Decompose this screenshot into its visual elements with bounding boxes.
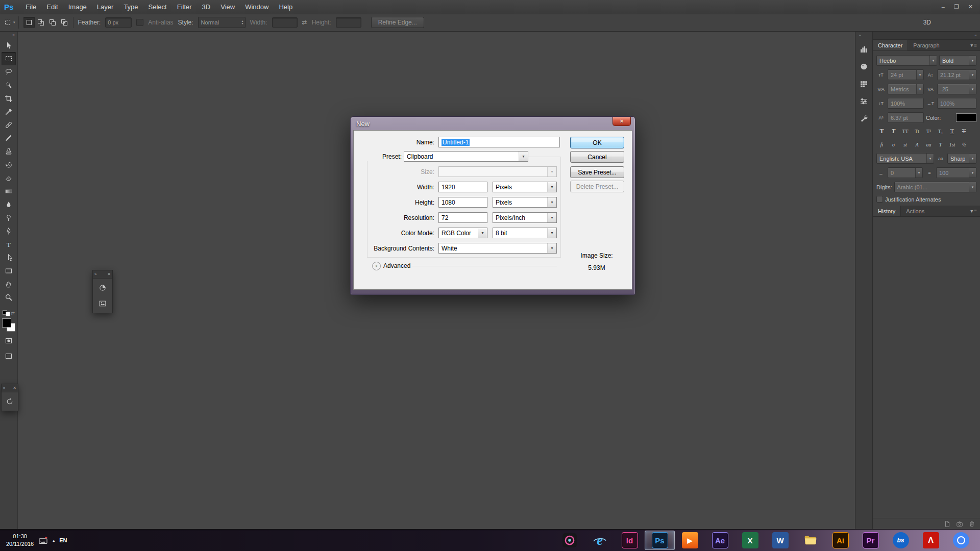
tool-move[interactable] [2, 39, 16, 52]
minimize-icon[interactable]: – [942, 4, 945, 10]
faux-bold-button[interactable]: T [876, 127, 887, 136]
workspace-switcher[interactable]: 3D [923, 19, 931, 26]
collapse-dock-icon[interactable]: « [873, 31, 980, 40]
menu-window[interactable]: Window [240, 0, 274, 14]
new-snapshot-icon[interactable] [956, 520, 963, 528]
menu-filter[interactable]: Filter [172, 0, 197, 14]
height-input[interactable] [336, 17, 361, 28]
panel-menu-icon[interactable]: ▾≡ [970, 40, 980, 51]
menu-3d[interactable]: 3D [197, 0, 216, 14]
menu-type[interactable]: Type [118, 0, 143, 14]
background-contents-select[interactable]: White▾ [438, 243, 557, 254]
superscript-button[interactable]: T¹ [923, 127, 934, 136]
delete-icon[interactable] [968, 520, 975, 528]
tool-lasso[interactable] [2, 65, 16, 79]
histogram-icon[interactable] [857, 41, 871, 57]
tab-actions[interactable]: Actions [901, 206, 929, 216]
save-preset-button[interactable]: Save Preset... [570, 166, 624, 178]
menu-layer[interactable]: Layer [92, 0, 119, 14]
feather-input[interactable]: 0 px [105, 17, 132, 28]
swatches-icon[interactable] [857, 76, 871, 91]
close-icon[interactable]: ✕ [13, 386, 16, 390]
subscript-button[interactable]: T₁ [935, 127, 946, 136]
font-family-select[interactable]: Heebo▾ [876, 55, 937, 66]
menu-file[interactable]: File [20, 0, 41, 14]
tool-path-selection[interactable] [2, 251, 16, 264]
new-document-icon[interactable] [944, 520, 951, 528]
hidden-icons-chevron[interactable]: ▴ [53, 538, 55, 543]
rotate-view-icon[interactable] [3, 395, 17, 408]
name-input[interactable]: Untitled-1 [438, 137, 560, 147]
screen-mode-icon[interactable] [2, 350, 16, 362]
swap-dimensions-icon[interactable]: ⇄ [302, 19, 307, 26]
refine-edge-button[interactable]: Refine Edge... [371, 17, 424, 28]
illustrator-icon[interactable]: Ai [825, 531, 855, 550]
resolution-unit-select[interactable]: Pixels/Inch▾ [493, 212, 557, 223]
expand-strip-icon[interactable]: » [855, 31, 861, 39]
small-caps-button[interactable]: Tt [912, 127, 922, 136]
anti-alias-select[interactable]: Sharp▾ [947, 153, 976, 164]
wrench-icon[interactable] [857, 111, 871, 126]
sphere-icon[interactable] [857, 59, 871, 74]
bit-depth-select[interactable]: 8 bit▾ [493, 228, 557, 238]
panel-menu-icon[interactable]: ▾≡ [970, 206, 980, 216]
tool-rectangle[interactable] [2, 264, 16, 278]
premiere-icon[interactable]: Pr [855, 531, 886, 550]
horizontal-scale-input[interactable]: 100% [937, 98, 976, 109]
close-icon[interactable]: ✕ [968, 4, 973, 10]
media-player-icon[interactable] [554, 531, 584, 550]
add-to-selection-icon[interactable] [35, 17, 46, 28]
chrome-icon[interactable] [946, 531, 976, 550]
font-size-select[interactable]: 24 pt▾ [888, 69, 924, 80]
default-colors-icon[interactable] [3, 310, 10, 316]
tool-crop[interactable] [2, 92, 16, 105]
text-color-swatch[interactable] [956, 113, 976, 122]
strikethrough-button[interactable]: T [959, 127, 969, 136]
tool-dodge[interactable] [2, 211, 16, 224]
tool-history-brush[interactable] [2, 158, 16, 171]
expand-panel-icon[interactable]: » [94, 272, 96, 277]
foreground-color-swatch[interactable] [2, 318, 11, 328]
kerning-select[interactable]: Metrics▾ [888, 84, 924, 94]
swap-colors-icon[interactable]: ⇄ [11, 311, 15, 316]
dial-icon[interactable] [95, 281, 110, 294]
tool-rectangular-marquee[interactable] [2, 52, 16, 65]
tool-pen[interactable] [2, 224, 16, 238]
history-list[interactable] [873, 217, 980, 518]
tool-eyedropper[interactable] [2, 105, 16, 118]
file-explorer-icon[interactable] [795, 531, 825, 550]
photoshop-icon[interactable]: Ps [645, 531, 675, 550]
height-unit-select[interactable]: Pixels▾ [493, 197, 557, 208]
tool-preset-picker[interactable]: ▾ [3, 16, 19, 29]
ok-button[interactable]: OK [570, 137, 624, 148]
tab-history[interactable]: History [873, 206, 901, 216]
stylistic-alternates-button[interactable]: aa [923, 140, 934, 149]
keyboard-layout-icon[interactable] [38, 537, 48, 544]
tool-zoom[interactable] [2, 291, 16, 304]
anti-alias-checkbox[interactable] [136, 19, 143, 26]
tracking-select[interactable]: -25▾ [937, 84, 976, 94]
justification-select[interactable]: 100▾ [936, 167, 976, 178]
after-effects-icon[interactable]: Ae [705, 531, 735, 550]
width-unit-select[interactable]: Pixels▾ [493, 182, 557, 192]
acrobat-reader-icon[interactable]: Λ [916, 531, 946, 550]
tool-gradient[interactable] [2, 185, 16, 198]
tool-hand[interactable] [2, 278, 16, 291]
kashida-select[interactable]: 0▾ [888, 167, 923, 178]
faux-italic-button[interactable]: T [888, 127, 899, 136]
indesign-icon[interactable]: Id [615, 531, 645, 550]
bs-player-icon[interactable]: bs [886, 531, 916, 550]
fractions-button[interactable]: ½ [959, 140, 969, 149]
adjustments-icon[interactable] [857, 93, 871, 109]
cancel-button[interactable]: Cancel [570, 151, 624, 163]
color-mode-select[interactable]: RGB Color▾ [438, 228, 487, 238]
advanced-expander-icon[interactable]: » [372, 262, 381, 270]
menu-edit[interactable]: Edit [41, 0, 63, 14]
underline-button[interactable]: T [947, 127, 958, 136]
titling-alternates-button[interactable]: T [935, 140, 946, 149]
digits-select[interactable]: Arabic (01...▾ [894, 182, 976, 192]
tool-blur[interactable] [2, 198, 16, 211]
tool-brush[interactable] [2, 132, 16, 145]
contextual-alternates-button[interactable]: σ [888, 140, 899, 149]
resolution-input[interactable]: 72 [438, 212, 487, 223]
